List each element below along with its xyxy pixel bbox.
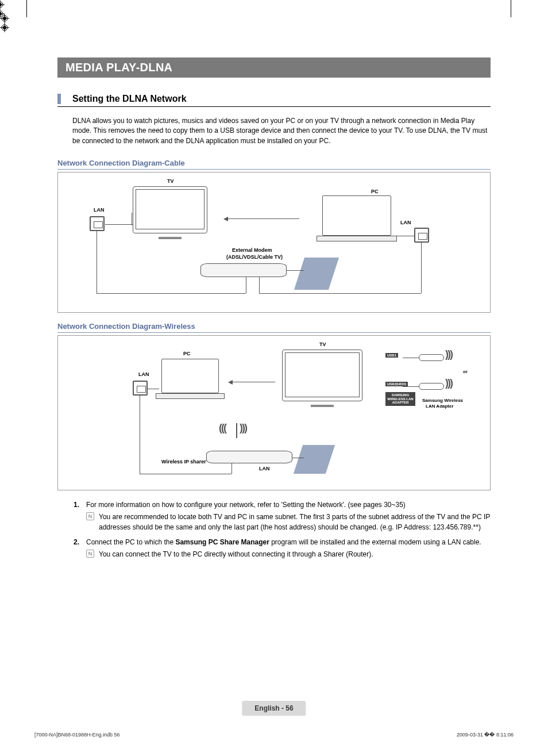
cable-icon [397,236,414,236]
svg-point-11 [3,17,6,20]
registration-mark-icon [0,23,9,32]
subheading-cable: Network Connection Diagram-Cable [57,159,491,170]
modem-icon [200,263,287,277]
label-tv: TV [167,178,174,184]
section-heading: Setting the DLNA Network [72,94,187,104]
step-1-text: For more information on how to configure… [86,501,406,509]
cable-icon [259,293,421,294]
arrow-left-icon [225,218,299,219]
wall-jack-icon [294,445,335,474]
step-1-note: N You are recommended to locate both TV … [86,512,491,532]
tv-stand-icon [159,237,182,239]
label-adapter-sub: LAN Adapter [426,404,454,409]
wall-jack-icon [294,258,339,290]
tv-port-label-adapter: SAMSUNG WIRELESS LAN ADAPTER [385,392,415,406]
cable-icon [403,386,419,387]
chapter-title: MEDIA PLAY-DLNA [65,61,172,74]
label-modem-sub: (ADSL/VDSL/Cable TV) [226,254,283,260]
page-footer: English - 56 [242,701,306,716]
step-2-text-after: program will be installed and the extern… [269,538,481,546]
step-2-text-bold: Samsung PC Share Manager [175,538,269,546]
section-accent-bar [57,94,61,104]
label-lan-bottom: LAN [259,466,270,471]
registration-mark-icon [0,14,9,23]
label-lan-left: LAN [138,371,149,377]
subheading-wireless: Network Connection Diagram-Wireless [57,322,491,333]
diagram-wireless: TV PC LAN LAN or Samsung Wireless LAN Ad… [57,335,491,490]
svg-point-15 [3,26,6,29]
step-number: 2. [74,538,79,546]
step-number: 1. [74,501,79,509]
wifi-waves-icon: ))) [240,422,246,434]
laptop-base-icon [156,393,225,399]
print-metadata: [7000-NA]BN68-01988H-Eng.indb 56 2009-03… [34,732,514,738]
tv-stand-icon [311,405,334,407]
router-icon [206,451,292,463]
label-or: or [463,369,468,374]
cable-icon [148,389,159,389]
print-meta-right: 2009-03-31 �� 8:11:06 [457,732,514,738]
page-content: MEDIA PLAY-DLNA Setting the DLNA Network… [57,57,491,565]
diagram-cable: TV PC LAN LAN External Modem (ADSL/VDSL/… [57,172,491,313]
usb-adapter-icon [419,354,444,361]
intro-paragraph: DLNA allows you to watch pictures, music… [72,116,491,146]
steps-list: 1. For more information on how to config… [74,501,491,559]
label-lan-right: LAN [400,220,411,225]
step-2-note-text: You can connect the TV to the PC directl… [99,550,373,559]
step-2-note: N You can connect the TV to the PC direc… [86,550,491,559]
wifi-waves-icon: ))) [445,348,452,360]
registration-mark-icon [0,0,5,9]
tv-screen-icon [136,189,204,229]
crop-mark [511,0,511,17]
arrow-left-icon [229,382,275,382]
cable-icon [421,243,422,293]
antenna-icon [236,423,237,438]
note-icon: N [86,512,94,520]
cable-icon [97,231,97,293]
tv-screen-icon [285,352,360,397]
chapter-header: MEDIA PLAY-DLNA [57,57,491,78]
cable-icon [259,277,260,293]
step-2-text: Connect the PC to which the Samsung PC S… [86,538,481,546]
note-icon: N [86,550,94,558]
laptop-base-icon [317,236,397,241]
label-lan-left: LAN [94,207,105,213]
label-sharer: Wireless IP sharer [161,459,206,465]
cable-icon [287,270,304,271]
cable-icon [140,396,140,474]
tv-port-label-usb2: USB2(HDD) [385,382,408,386]
tv-port-label-usb1: USB1 [385,353,398,358]
cable-icon [97,293,246,294]
label-pc: PC [371,189,379,194]
cable-icon [231,463,232,474]
cable-icon [140,474,231,474]
lan-port-icon [133,381,148,396]
print-meta-left: [7000-NA]BN68-01988H-Eng.indb 56 [34,732,120,738]
step-1: 1. For more information on how to config… [74,501,491,532]
label-modem-title: External Modem [232,247,272,253]
wifi-waves-icon: ))) [445,377,452,389]
cable-icon [105,224,133,225]
cable-icon [246,277,246,293]
usb-adapter-icon [419,383,444,390]
cable-icon [403,358,419,358]
label-adapter-title: Samsung Wireless [422,398,463,403]
label-tv: TV [319,341,326,347]
crop-mark [26,0,27,17]
laptop-screen-icon [161,359,219,393]
cable-icon [132,213,132,225]
laptop-screen-icon [322,195,391,236]
step-1-note-text: You are recommended to locate both TV an… [99,512,491,532]
lan-port-icon [90,216,105,231]
label-pc: PC [183,351,191,356]
step-2: 2. Connect the PC to which the Samsung P… [74,538,491,559]
wifi-waves-icon: ((( [219,422,226,434]
page-label: English - 56 [254,704,293,712]
lan-port-icon [414,228,429,243]
svg-point-3 [0,3,2,6]
cable-icon [292,458,304,458]
section-heading-row: Setting the DLNA Network [57,94,491,107]
step-2-text-before: Connect the PC to which the [86,538,175,546]
